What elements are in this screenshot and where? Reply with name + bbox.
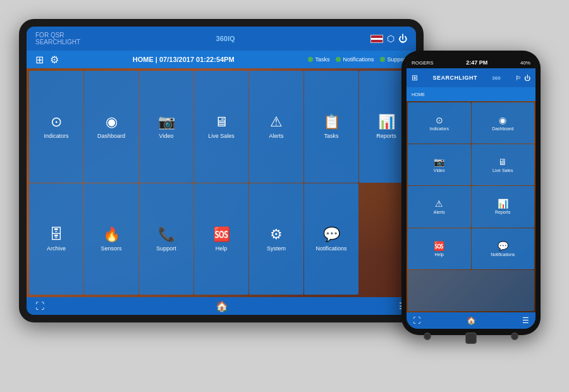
phone-footer: ⛶ 🏠 ☰ <box>407 312 535 329</box>
brand-title: FOR QSR SEARCHLIGHT <box>35 32 80 46</box>
nav-center: HOME | 07/13/2017 01:22:54PM <box>133 56 235 63</box>
phone-content: ⊙ Indicators ◉ Dashboard 📷 Video 🖥 Live … <box>407 101 535 312</box>
phone-expand-icon[interactable]: ⛶ <box>413 316 420 325</box>
brand-subtitle: FOR QSR <box>35 32 80 39</box>
phone-tile-indicators[interactable]: ⊙ Indicators <box>408 102 471 144</box>
brand-logo: FOR QSR SEARCHLIGHT <box>35 32 80 46</box>
archive-label: Archive <box>47 245 66 252</box>
alerts-label: Alerts <box>269 133 283 139</box>
support-dot <box>380 57 385 62</box>
live-sales-label: Live Sales <box>208 133 235 139</box>
notifications-dot <box>336 57 341 62</box>
phone-time: 2:47 PM <box>466 59 487 66</box>
sensors-icon: 🔥 <box>103 226 120 243</box>
phone-tile-grid: ⊙ Indicators ◉ Dashboard 📷 Video 🖥 Live … <box>407 101 535 312</box>
notifications-tile-icon: 💬 <box>323 226 340 243</box>
phone-hardware-buttons <box>407 329 535 345</box>
phone-tile-live-sales[interactable]: 🖥 Live Sales <box>472 144 535 185</box>
phone-home-icon[interactable]: 🏠 <box>467 316 476 325</box>
expand-icon[interactable]: ⛶ <box>35 301 44 311</box>
notifications-label: Notifications <box>343 56 374 63</box>
phone-help-icon: 🆘 <box>434 241 444 251</box>
grid-icon[interactable]: ⊞ <box>35 54 44 66</box>
tablet-header: FOR QSR SEARCHLIGHT 360IQ ⬡ ⏻ <box>27 27 416 51</box>
live-sales-icon: 🖥 <box>214 114 228 130</box>
help-label: Help <box>216 245 228 252</box>
phone-reports-label: Reports <box>495 210 511 214</box>
phone-tile-notifications[interactable]: 💬 Notifications <box>472 228 535 269</box>
phone-notifications-icon: 💬 <box>498 241 508 251</box>
phone-indicators-label: Indicators <box>430 126 449 131</box>
reports-label: Reports <box>376 133 396 139</box>
phone-notifications-label: Notifications <box>491 252 515 257</box>
video-icon: 📷 <box>158 114 175 130</box>
phone-nav: HOME <box>407 87 535 101</box>
tile-live-sales[interactable]: 🖥 Live Sales <box>194 71 248 183</box>
notifications-badge[interactable]: Notifications <box>336 56 374 63</box>
nav-right: Tasks Notifications Support <box>308 56 407 63</box>
sensors-label: Sensors <box>101 245 121 252</box>
tile-system[interactable]: ⚙ System <box>249 183 303 295</box>
tile-grid: ⊙ Indicators ◉ Dashboard 📷 Video 🖥 Live … <box>27 68 416 297</box>
tablet-footer: ⛶ 🏠 ☰ <box>27 297 416 315</box>
system-label: System <box>267 245 286 252</box>
tile-notifications[interactable]: 💬 Notifications <box>304 183 358 295</box>
help-icon: 🆘 <box>213 226 230 243</box>
tile-dashboard[interactable]: ◉ Dashboard <box>84 71 138 183</box>
tablet: FOR QSR SEARCHLIGHT 360IQ ⬡ ⏻ ⊞ ⚙ HOME |… <box>19 19 424 322</box>
phone-dashboard-icon: ◉ <box>499 115 506 125</box>
phone-alerts-icon: ⚠ <box>435 199 443 209</box>
tile-support[interactable]: 📞 Support <box>139 183 193 295</box>
phone-power-icon[interactable]: ⏻ <box>524 75 530 82</box>
support-tile-label: Support <box>156 245 176 252</box>
tablet-content: ⊙ Indicators ◉ Dashboard 📷 Video 🖥 Live … <box>27 68 416 297</box>
tile-help[interactable]: 🆘 Help <box>194 183 248 295</box>
phone-tile-video[interactable]: 📷 Video <box>408 144 471 185</box>
settings-icon[interactable]: ⚙ <box>50 54 59 66</box>
phone-header: ⊞ SEARCHLIGHT 360 🏳 ⏻ <box>407 68 535 87</box>
indicators-icon: ⊙ <box>51 114 62 130</box>
phone-menu-icon[interactable]: ☰ <box>522 316 529 325</box>
tile-tasks[interactable]: 📋 Tasks <box>304 71 358 183</box>
phone-tile-dashboard[interactable]: ◉ Dashboard <box>472 102 535 144</box>
tile-sensors[interactable]: 🔥 Sensors <box>84 183 138 295</box>
tile-alerts[interactable]: ⚠ Alerts <box>249 71 303 183</box>
phone-live-sales-icon: 🖥 <box>498 157 507 167</box>
phone-indicators-icon: ⊙ <box>436 115 443 125</box>
tile-video[interactable]: 📷 Video <box>139 71 193 183</box>
phone-grid-icon[interactable]: ⊞ <box>412 73 418 82</box>
phone-alerts-label: Alerts <box>434 210 445 214</box>
tasks-tile-label: Tasks <box>324 133 338 139</box>
phone-flag-icon: 🏳 <box>515 75 522 82</box>
power-icon[interactable]: ⏻ <box>398 34 407 44</box>
phone-reports-icon: 📊 <box>498 199 508 209</box>
phone-recent-btn[interactable] <box>511 333 518 340</box>
nav-left: ⊞ ⚙ <box>35 54 59 66</box>
tasks-badge[interactable]: Tasks <box>308 56 329 63</box>
phone-brand: SEARCHLIGHT <box>432 75 477 81</box>
archive-icon: 🗄 <box>49 226 63 243</box>
phone-tile-alerts[interactable]: ⚠ Alerts <box>408 186 471 227</box>
tile-archive[interactable]: 🗄 Archive <box>29 183 83 295</box>
header-right: ⬡ ⏻ <box>370 34 407 44</box>
tile-indicators[interactable]: ⊙ Indicators <box>29 71 83 183</box>
phone-help-label: Help <box>435 252 444 257</box>
scene: FOR QSR SEARCHLIGHT 360IQ ⬡ ⏻ ⊞ ⚙ HOME |… <box>0 0 569 392</box>
home-icon[interactable]: 🏠 <box>216 300 228 312</box>
phone-nav-text: HOME <box>412 92 425 97</box>
phone-tile-reports[interactable]: 📊 Reports <box>472 186 535 227</box>
phone-back-btn[interactable] <box>424 333 431 340</box>
phone-dashboard-label: Dashboard <box>492 126 513 131</box>
phone: ROGERS 2:47 PM 40% ⊞ SEARCHLIGHT 360 🏳 ⏻… <box>401 51 541 335</box>
phone-live-sales-label: Live Sales <box>493 168 513 173</box>
phone-tile-help[interactable]: 🆘 Help <box>408 228 471 269</box>
export-icon[interactable]: ⬡ <box>387 34 395 44</box>
dashboard-label: Dashboard <box>97 133 125 139</box>
phone-header-icons: 🏳 ⏻ <box>515 75 530 82</box>
phone-tile-wide <box>408 270 534 311</box>
flag-icon <box>370 35 383 43</box>
phone-home-btn[interactable] <box>465 333 477 344</box>
phone-carrier: ROGERS <box>412 60 434 66</box>
tablet-screen: FOR QSR SEARCHLIGHT 360IQ ⬡ ⏻ ⊞ ⚙ HOME |… <box>27 27 416 315</box>
support-icon: 📞 <box>158 226 175 243</box>
